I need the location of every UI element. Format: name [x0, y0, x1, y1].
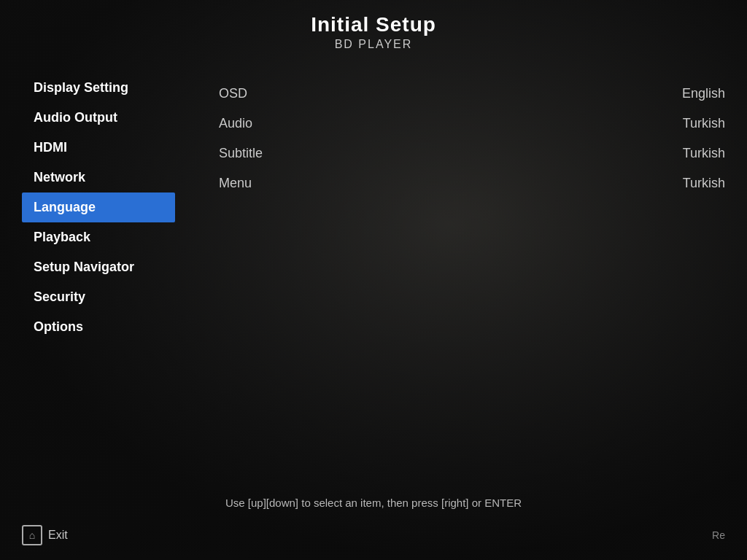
center-item-subtitle[interactable]: Subtitle	[219, 139, 601, 168]
sidebar-item-setup-navigator[interactable]: Setup Navigator	[22, 252, 175, 282]
value-menu: Turkish	[601, 168, 725, 198]
sidebar-item-hdmi[interactable]: HDMI	[22, 133, 175, 163]
center-panel: OSD Audio Subtitle Menu	[175, 73, 601, 482]
right-panel: English Turkish Turkish Turkish	[601, 73, 747, 482]
center-item-audio[interactable]: Audio	[219, 109, 601, 139]
sidebar: Display Setting Audio Output HDMI Networ…	[0, 73, 175, 482]
sidebar-item-language[interactable]: Language	[22, 192, 175, 222]
sidebar-item-playback[interactable]: Playback	[22, 222, 175, 252]
center-item-menu[interactable]: Menu	[219, 168, 601, 198]
value-subtitle: Turkish	[601, 139, 725, 168]
value-osd: English	[601, 79, 725, 109]
footer-right-label: Re	[712, 529, 725, 541]
sidebar-item-network[interactable]: Network	[22, 163, 175, 192]
page-title: Initial Setup	[0, 13, 747, 36]
home-icon: ⌂	[22, 525, 42, 545]
exit-label: Exit	[48, 529, 68, 542]
page-subtitle: BD PLAYER	[0, 38, 747, 51]
footer: ⌂ Exit Re	[0, 516, 747, 560]
hint-text: Use [up][down] to select an item, then p…	[0, 482, 747, 516]
main-content: Display Setting Audio Output HDMI Networ…	[0, 58, 747, 482]
sidebar-item-security[interactable]: Security	[22, 282, 175, 312]
value-audio: Turkish	[601, 109, 725, 139]
header: Initial Setup BD PLAYER	[0, 0, 747, 58]
center-item-osd[interactable]: OSD	[219, 79, 601, 109]
sidebar-item-options[interactable]: Options	[22, 312, 175, 342]
sidebar-item-audio-output[interactable]: Audio Output	[22, 103, 175, 133]
sidebar-item-display-setting[interactable]: Display Setting	[22, 73, 175, 103]
exit-button[interactable]: ⌂ Exit	[22, 525, 68, 545]
